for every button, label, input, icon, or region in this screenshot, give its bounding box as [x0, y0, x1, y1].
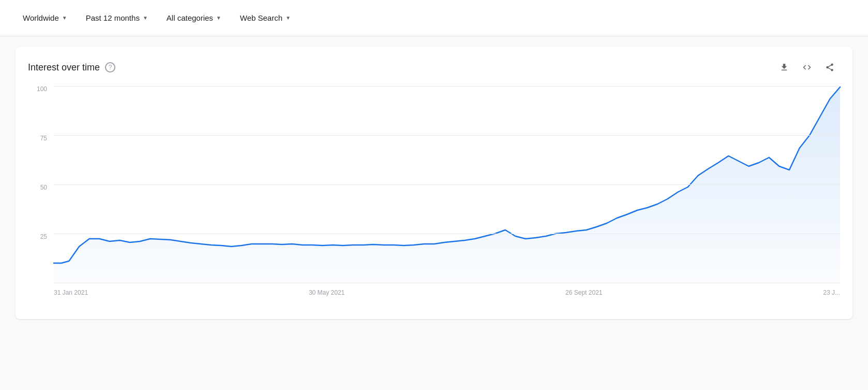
- embed-icon: [802, 63, 812, 72]
- y-label-100: 100: [28, 86, 51, 92]
- help-icon[interactable]: ?: [105, 62, 115, 73]
- download-icon: [780, 63, 789, 72]
- filter-bar: Worldwide ▼ Past 12 months ▼ All categor…: [0, 0, 868, 36]
- grid-line-100: [54, 86, 840, 86]
- card-title-area: Interest over time ?: [28, 62, 115, 73]
- chart-plot: [54, 86, 840, 283]
- card-actions: [774, 57, 840, 78]
- y-label-50: 50: [28, 184, 51, 191]
- grid-line-75: [54, 135, 840, 136]
- allcategories-chevron: ▼: [216, 15, 221, 21]
- main-content: Interest over time ?: [0, 36, 868, 390]
- card-header: Interest over time ?: [16, 47, 852, 86]
- worldwide-filter[interactable]: Worldwide ▼: [16, 9, 74, 26]
- y-label-25: 25: [28, 234, 51, 240]
- x-label-jan2021: 31 Jan 2021: [54, 289, 88, 296]
- x-axis: 31 Jan 2021 30 May 2021 26 Sept 2021 23 …: [54, 285, 840, 304]
- interest-over-time-card: Interest over time ?: [16, 47, 852, 319]
- worldwide-chevron: ▼: [62, 15, 67, 21]
- chart-area: 25 50 75 100: [28, 86, 840, 304]
- websearch-filter[interactable]: Web Search ▼: [233, 9, 298, 26]
- past12months-filter[interactable]: Past 12 months ▼: [79, 9, 155, 26]
- chart-area-fill: [54, 87, 840, 283]
- websearch-chevron: ▼: [286, 15, 291, 21]
- y-label-75: 75: [28, 135, 51, 141]
- x-label-may2021: 30 May 2021: [309, 289, 345, 296]
- y-axis: 25 50 75 100: [28, 86, 51, 283]
- websearch-label: Web Search: [240, 13, 282, 22]
- past12months-label: Past 12 months: [86, 13, 140, 22]
- past12months-chevron: ▼: [143, 15, 148, 21]
- share-icon: [825, 63, 834, 72]
- chart-container: 25 50 75 100: [16, 86, 852, 319]
- grid-line-25: [54, 234, 840, 234]
- embed-button[interactable]: [797, 57, 817, 78]
- allcategories-filter[interactable]: All categories ▼: [159, 9, 229, 26]
- x-label-sept2021: 26 Sept 2021: [565, 289, 602, 296]
- card-title: Interest over time: [28, 62, 100, 73]
- grid-line-0: [54, 283, 840, 283]
- grid-line-50: [54, 184, 840, 185]
- worldwide-label: Worldwide: [23, 13, 59, 22]
- help-icon-text: ?: [109, 64, 112, 71]
- x-label-jan2022: 23 J...: [823, 289, 840, 296]
- allcategories-label: All categories: [167, 13, 213, 22]
- download-button[interactable]: [774, 57, 795, 78]
- share-button[interactable]: [819, 57, 840, 78]
